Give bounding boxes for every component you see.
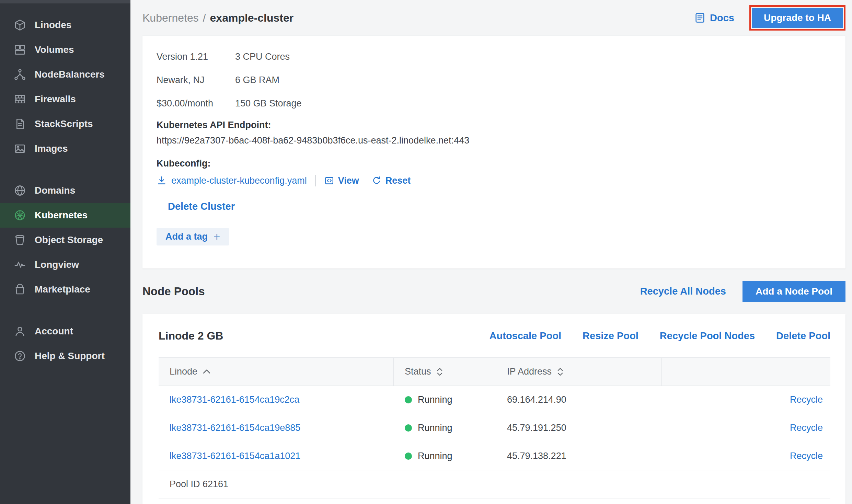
sidebar-item-stackscripts[interactable]: StackScripts xyxy=(0,112,130,136)
delete-pool-link[interactable]: Delete Pool xyxy=(776,330,830,342)
table-row: lke38731-62161-6154ca19e885 Running 45.7… xyxy=(159,414,830,442)
sidebar-item-label: Firewalls xyxy=(35,94,76,105)
column-header-linode[interactable]: Linode xyxy=(159,358,394,386)
pool-id-footer: Pool ID 62161 xyxy=(159,470,830,499)
reset-icon xyxy=(371,175,382,186)
view-kubeconfig-button[interactable]: View xyxy=(324,175,359,186)
sidebar-item-label: StackScripts xyxy=(35,118,93,129)
header-actions: Docs Upgrade to HA xyxy=(694,5,845,31)
autoscale-pool-link[interactable]: Autoscale Pool xyxy=(490,330,562,342)
code-view-icon xyxy=(324,175,334,186)
sidebar-item-help-support[interactable]: Help & Support xyxy=(0,344,130,368)
recycle-all-nodes-link[interactable]: Recycle All Nodes xyxy=(640,286,726,297)
sidebar-item-volumes[interactable]: Volumes xyxy=(0,37,130,62)
spec-cpu: 3 CPU Cores xyxy=(235,45,845,68)
breadcrumb-separator: / xyxy=(203,12,206,24)
marketplace-icon xyxy=(14,283,26,296)
reset-label: Reset xyxy=(385,175,411,186)
sidebar-item-label: Kubernetes xyxy=(35,210,88,221)
table-row: lke38731-62161-6154ca19c2ca Running 69.1… xyxy=(159,386,830,414)
pool-action-links: Autoscale Pool Resize Pool Recycle Pool … xyxy=(490,330,830,342)
download-icon xyxy=(157,175,167,186)
status-dot-running xyxy=(405,424,412,432)
docs-link[interactable]: Docs xyxy=(694,12,734,24)
status-dot-running xyxy=(405,396,412,403)
sidebar-item-nodebalancers[interactable]: NodeBalancers xyxy=(0,62,130,87)
node-link[interactable]: lke38731-62161-6154ca19c2ca xyxy=(170,394,299,405)
nodebalancer-icon xyxy=(14,68,26,81)
table-header-row: Linode Status IP Address xyxy=(159,357,830,386)
recycle-pool-nodes-link[interactable]: Recycle Pool Nodes xyxy=(660,330,755,342)
sidebar-item-label: Account xyxy=(35,326,73,337)
sidebar-item-label: Domains xyxy=(35,185,75,196)
node-status: Running xyxy=(394,394,496,405)
sidebar-group-divider xyxy=(0,161,130,178)
cube-icon xyxy=(14,19,26,31)
reset-kubeconfig-button[interactable]: Reset xyxy=(371,175,411,186)
add-node-pool-button[interactable]: Add a Node Pool xyxy=(742,281,845,302)
node-link[interactable]: lke38731-62161-6154ca1a1021 xyxy=(170,451,300,461)
plus-icon: + xyxy=(214,230,220,243)
column-header-status[interactable]: Status xyxy=(394,358,496,386)
api-endpoint-url: https://9e2a7307-b6ac-408f-ba62-9483b0b3… xyxy=(157,135,845,146)
pool-nodes-table: Linode Status IP Address lke38731-62161-… xyxy=(159,357,830,499)
pulse-icon xyxy=(14,259,26,271)
add-tag-button[interactable]: Add a tag + xyxy=(157,228,229,245)
sidebar-item-label: Longview xyxy=(35,259,79,270)
sidebar-item-label: Marketplace xyxy=(35,284,90,295)
node-ip: 45.79.191.250 xyxy=(496,423,662,433)
kubernetes-icon xyxy=(14,209,26,221)
images-icon xyxy=(14,142,26,155)
upgrade-to-ha-button[interactable]: Upgrade to HA xyxy=(752,8,843,28)
recycle-node-link[interactable]: Recycle xyxy=(790,423,823,433)
spec-ram: 6 GB RAM xyxy=(235,68,845,92)
sidebar: Linodes Volumes NodeBalancers Firewalls … xyxy=(0,0,130,504)
linode-cloud-manager: Linodes Volumes NodeBalancers Firewalls … xyxy=(0,0,852,504)
resize-pool-link[interactable]: Resize Pool xyxy=(583,330,638,342)
node-pools-actions: Recycle All Nodes Add a Node Pool xyxy=(640,281,845,302)
kubeconfig-label: Kubeconfig: xyxy=(157,158,845,169)
sidebar-item-longview[interactable]: Longview xyxy=(0,252,130,277)
cluster-specs: Version 1.21 3 CPU Cores Newark, NJ 6 GB… xyxy=(157,45,845,115)
sidebar-item-marketplace[interactable]: Marketplace xyxy=(0,277,130,302)
breadcrumb: Kubernetes/example-cluster xyxy=(142,12,293,24)
sidebar-item-label: Images xyxy=(35,143,68,154)
docs-icon xyxy=(694,12,706,24)
sidebar-item-images[interactable]: Images xyxy=(0,136,130,161)
node-pool-card: Linode 2 GB Autoscale Pool Resize Pool R… xyxy=(142,314,845,504)
sidebar-group-divider xyxy=(0,302,130,319)
sidebar-item-label: NodeBalancers xyxy=(35,69,105,80)
node-status: Running xyxy=(394,451,496,461)
table-row: lke38731-62161-6154ca1a1021 Running 45.7… xyxy=(159,442,830,470)
bucket-icon xyxy=(14,234,26,246)
sidebar-item-linodes[interactable]: Linodes xyxy=(0,13,130,37)
sidebar-item-kubernetes[interactable]: Kubernetes xyxy=(0,203,130,228)
kubeconfig-download-link[interactable]: example-cluster-kubeconfig.yaml xyxy=(157,175,307,186)
page-header: Kubernetes/example-cluster Docs Upgrade … xyxy=(142,0,845,36)
status-dot-running xyxy=(405,453,412,460)
docs-label: Docs xyxy=(710,12,734,24)
node-link[interactable]: lke38731-62161-6154ca19e885 xyxy=(170,423,300,433)
recycle-node-link[interactable]: Recycle xyxy=(790,451,823,461)
column-header-actions xyxy=(662,358,830,386)
sort-asc-icon xyxy=(203,369,211,374)
sidebar-item-domains[interactable]: Domains xyxy=(0,178,130,203)
sidebar-item-label: Object Storage xyxy=(35,234,103,245)
sidebar-item-account[interactable]: Account xyxy=(0,319,130,344)
globe-icon xyxy=(14,184,26,197)
vertical-divider xyxy=(315,175,316,186)
breadcrumb-kubernetes-link[interactable]: Kubernetes xyxy=(142,12,199,24)
recycle-node-link[interactable]: Recycle xyxy=(790,394,823,405)
node-ip: 69.164.214.90 xyxy=(496,394,662,405)
pool-name: Linode 2 GB xyxy=(159,330,223,342)
account-icon xyxy=(14,325,26,337)
sidebar-item-firewalls[interactable]: Firewalls xyxy=(0,87,130,112)
delete-cluster-button[interactable]: Delete Cluster xyxy=(168,201,235,212)
api-endpoint-label: Kubernetes API Endpoint: xyxy=(157,120,845,130)
spec-price: $30.00/month xyxy=(157,92,235,115)
column-header-ip-address[interactable]: IP Address xyxy=(496,358,662,386)
sort-both-icon xyxy=(436,367,443,377)
node-status: Running xyxy=(394,423,496,433)
sidebar-item-object-storage[interactable]: Object Storage xyxy=(0,228,130,252)
sidebar-top-strip xyxy=(0,0,130,3)
